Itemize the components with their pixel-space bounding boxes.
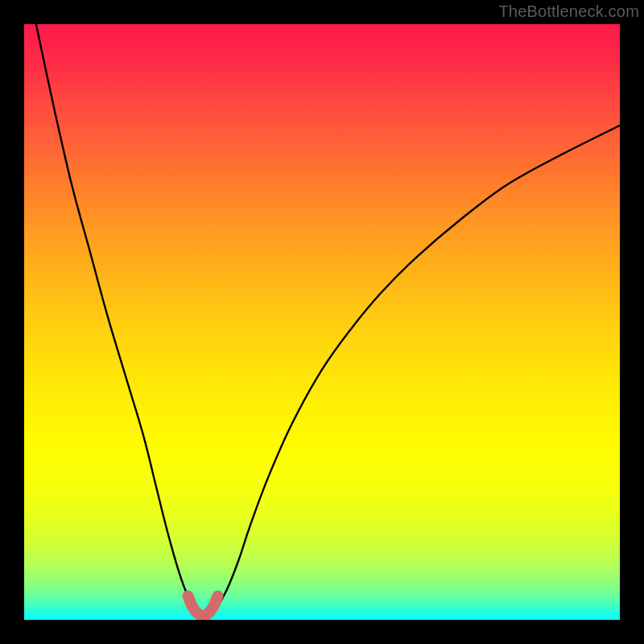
sweet-spot-marker [188, 596, 218, 616]
chart-frame: TheBottleneck.com [0, 0, 644, 644]
bottleneck-curve [36, 24, 620, 617]
curve-layer [24, 24, 620, 620]
watermark-text: TheBottleneck.com [498, 2, 639, 21]
plot-area [24, 24, 620, 620]
